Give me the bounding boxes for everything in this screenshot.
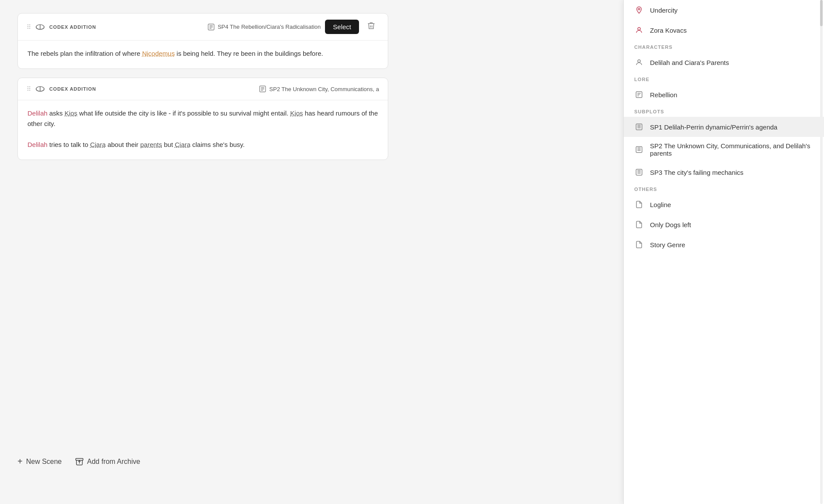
card-1-subplot-label: SP4 The Rebellion/Ciara's Radicalisation [218,24,321,30]
card-1-header: ⠿ CODEX ADDITION SP4 The Rebellion [18,14,388,41]
rebellion-label: Rebellion [650,91,677,99]
dropdown-panel: Undercity Zora Kovacs CHARACTERS Delilah… [623,0,824,504]
subplot-ref-icon [207,23,215,31]
svg-point-16 [638,60,640,62]
card-1-header-right: SP4 The Rebellion/Ciara's Radicalisation… [207,20,379,34]
ciara-link-2[interactable]: Ciara [175,141,191,148]
lore-icon [634,90,644,99]
codex-icon [35,22,45,32]
subplot-icon-sp2 [634,145,644,154]
card-2-header-right: SP2 The Unknown City, Communications, a [259,85,379,93]
parents-label: Delilah and Ciara's Parents [650,59,729,66]
bottom-actions: + New Scene Add from Archive [17,454,140,469]
section-lore: LORE [624,72,824,85]
card-2-header: ⠿ CODEX ADDITION SP2 The Unknown C [18,78,388,100]
person-icon-parents [634,58,644,67]
only-dogs-label: Only Dogs left [650,221,691,228]
subplot-icon-sp1 [634,122,644,132]
dropdown-item-story-genre[interactable]: Story Genre [624,235,824,255]
card-2-header-left: ⠿ CODEX ADDITION [27,84,96,94]
subplot-icon-sp3 [634,167,644,177]
card-1-body-text: The rebels plan the infiltration of wher… [27,48,378,59]
drag-handle-icon-2[interactable]: ⠿ [27,85,31,92]
section-others: OTHERS [624,182,824,194]
card-2-body-text-2: Delilah tries to talk to Ciara about the… [27,140,378,150]
kios-link-2[interactable]: Kios [290,109,303,117]
select-button[interactable]: Select [325,20,359,34]
card-1-header-left: ⠿ CODEX ADDITION [27,22,96,32]
svg-point-14 [638,8,640,10]
card-2-body: Delilah asks Kios what life outside the … [18,100,388,160]
new-scene-button[interactable]: + New Scene [17,454,62,469]
add-from-archive-button[interactable]: Add from Archive [75,455,140,469]
kios-link-1[interactable]: Kios [65,109,77,117]
card-2: ⠿ CODEX ADDITION SP2 The Unknown C [17,78,388,160]
location-icon [634,5,644,15]
doc-icon-story-genre [634,240,644,249]
sp2-label: SP2 The Unknown City, Communications, an… [650,142,814,157]
plus-icon: + [17,456,23,467]
logline-label: Logline [650,201,671,208]
dropdown-item-undercity[interactable]: Undercity [624,0,824,20]
section-characters: CHARACTERS [624,40,824,52]
nicodemus-link[interactable]: Nicodemus [142,50,175,57]
sp3-label: SP3 The city's failing mechanics [650,169,743,176]
dropdown-item-parents[interactable]: Delilah and Ciara's Parents [624,52,824,72]
archive-icon [75,457,84,466]
scrollbar-thumb[interactable] [820,0,823,26]
zora-label: Zora Kovacs [650,27,687,34]
card-2-tag: CODEX ADDITION [49,86,96,92]
dropdown-item-sp1[interactable]: SP1 Delilah-Perrin dynamic/Perrin's agen… [624,117,824,137]
new-scene-label: New Scene [26,458,62,466]
dropdown-item-sp3[interactable]: SP3 The city's failing mechanics [624,162,824,182]
sp1-label: SP1 Delilah-Perrin dynamic/Perrin's agen… [650,123,777,131]
story-genre-label: Story Genre [650,241,685,249]
delilah-link-2[interactable]: Delilah [27,141,48,148]
subplot-ref-icon-2 [259,85,267,93]
delilah-link-1[interactable]: Delilah [27,109,48,117]
dropdown-item-logline[interactable]: Logline [624,194,824,215]
codex-icon-2 [35,84,45,94]
card-1-body: The rebels plan the infiltration of wher… [18,41,388,68]
dropdown-item-only-dogs[interactable]: Only Dogs left [624,215,824,235]
ciara-link-1[interactable]: Ciara [90,141,106,148]
doc-icon-logline [634,200,644,209]
dropdown-item-rebellion[interactable]: Rebellion [624,85,824,105]
undercity-label: Undercity [650,7,677,14]
add-from-archive-label: Add from Archive [87,458,140,466]
main-content: ⠿ CODEX ADDITION SP4 The Rebellion [0,0,406,504]
person-icon-zora [634,25,644,35]
scrollbar-track [820,0,823,504]
card-2-body-text-1: Delilah asks Kios what life outside the … [27,108,378,129]
card-2-subplot-label: SP2 The Unknown City, Communications, a [269,86,379,92]
card-2-subplot-ref: SP2 The Unknown City, Communications, a [259,85,379,93]
drag-handle-icon[interactable]: ⠿ [27,24,31,31]
card-1-subplot-ref: SP4 The Rebellion/Ciara's Radicalisation [207,23,321,31]
card-1-tag: CODEX ADDITION [49,24,96,30]
parents-link[interactable]: parents [140,141,162,148]
svg-point-15 [638,27,640,30]
dropdown-item-sp2[interactable]: SP2 The Unknown City, Communications, an… [624,137,824,162]
delete-button[interactable] [363,20,379,34]
section-subplots: SUBPLOTS [624,105,824,117]
dropdown-item-zora[interactable]: Zora Kovacs [624,20,824,40]
trash-icon [367,21,376,30]
doc-icon-only-dogs [634,220,644,229]
card-1: ⠿ CODEX ADDITION SP4 The Rebellion [17,13,388,69]
svg-rect-12 [75,458,83,460]
